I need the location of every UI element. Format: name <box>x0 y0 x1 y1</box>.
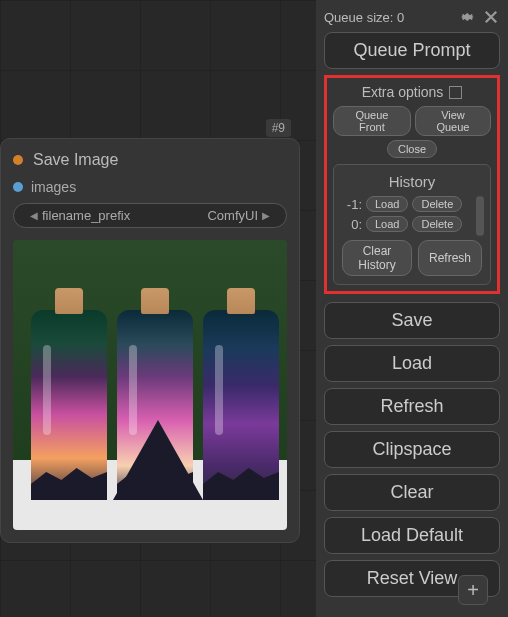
history-item: 0: Load Delete <box>342 216 472 232</box>
load-button[interactable]: Load <box>324 345 500 382</box>
node-header[interactable]: Save Image <box>13 151 287 169</box>
sidebar-panel: Queue size: 0 Queue Prompt Extra options… <box>316 0 508 617</box>
queue-prompt-button[interactable]: Queue Prompt <box>324 32 500 69</box>
save-image-node[interactable]: #9 Save Image images ◀ filename_prefix C… <box>0 138 300 543</box>
history-panel: History -1: Load Delete 0: Load Delete C… <box>333 164 491 285</box>
clear-button[interactable]: Clear <box>324 474 500 511</box>
scrollbar[interactable] <box>476 196 484 236</box>
load-default-button[interactable]: Load Default <box>324 517 500 554</box>
node-status-dot <box>13 155 23 165</box>
input-port-icon[interactable] <box>13 182 23 192</box>
extra-options-label: Extra options <box>362 84 444 100</box>
history-load-button[interactable]: Load <box>366 196 408 212</box>
filename-prefix-field[interactable]: ◀ filename_prefix ComfyUI ▶ <box>13 203 287 228</box>
highlight-box: Extra options Queue Front View Queue Clo… <box>324 75 500 294</box>
field-label: filename_prefix <box>42 208 130 223</box>
node-title-text: Save Image <box>33 151 118 169</box>
gear-icon[interactable] <box>458 8 476 26</box>
chevron-right-icon[interactable]: ▶ <box>258 210 274 221</box>
history-item: -1: Load Delete <box>342 196 472 212</box>
extra-options-checkbox[interactable] <box>449 86 462 99</box>
close-icon[interactable] <box>482 8 500 26</box>
close-button[interactable]: Close <box>387 140 437 158</box>
history-load-button[interactable]: Load <box>366 216 408 232</box>
chevron-left-icon[interactable]: ◀ <box>26 210 42 221</box>
canvas-area[interactable]: #9 Save Image images ◀ filename_prefix C… <box>0 0 316 617</box>
clipspace-button[interactable]: Clipspace <box>324 431 500 468</box>
history-index: 0: <box>342 217 362 232</box>
image-preview[interactable] <box>13 240 287 530</box>
plus-icon: + <box>467 579 479 602</box>
refresh-button[interactable]: Refresh <box>324 388 500 425</box>
view-queue-button[interactable]: View Queue <box>415 106 491 136</box>
history-title: History <box>342 173 482 190</box>
history-index: -1: <box>342 197 362 212</box>
history-delete-button[interactable]: Delete <box>412 196 462 212</box>
refresh-history-button[interactable]: Refresh <box>418 240 482 276</box>
node-id-badge: #9 <box>266 119 291 137</box>
save-button[interactable]: Save <box>324 302 500 339</box>
history-delete-button[interactable]: Delete <box>412 216 462 232</box>
input-label: images <box>31 179 76 195</box>
queue-size-label: Queue size: 0 <box>324 10 404 25</box>
clear-history-button[interactable]: Clear History <box>342 240 412 276</box>
add-button[interactable]: + <box>458 575 488 605</box>
node-input-row: images <box>13 179 287 195</box>
queue-front-button[interactable]: Queue Front <box>333 106 411 136</box>
field-value: ComfyUI <box>207 208 258 223</box>
